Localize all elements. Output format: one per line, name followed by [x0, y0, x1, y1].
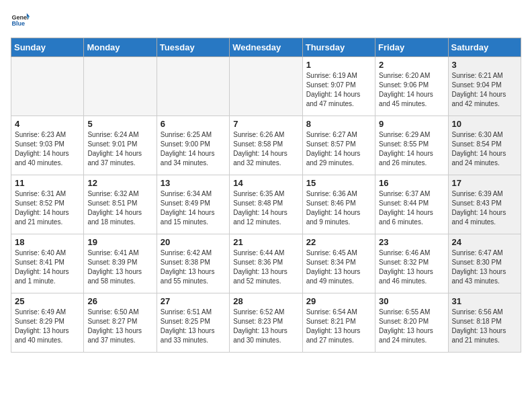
calendar-cell: 15Sunrise: 6:36 AMSunset: 8:46 PMDayligh… — [302, 175, 375, 234]
calendar-cell: 11Sunrise: 6:31 AMSunset: 8:52 PMDayligh… — [11, 175, 84, 234]
cell-details: Sunrise: 6:45 AMSunset: 8:34 PMDaylight:… — [306, 248, 371, 286]
day-number: 3 — [452, 60, 517, 70]
cell-details: Sunrise: 6:26 AMSunset: 8:58 PMDaylight:… — [233, 130, 298, 168]
calendar-cell — [230, 57, 302, 116]
day-number: 31 — [452, 296, 517, 306]
day-number: 10 — [452, 119, 517, 129]
day-number: 5 — [87, 119, 152, 129]
day-number: 9 — [379, 119, 444, 129]
day-number: 22 — [306, 237, 371, 247]
svg-text:Blue: Blue — [11, 20, 25, 27]
cell-details: Sunrise: 6:50 AMSunset: 8:27 PMDaylight:… — [87, 308, 152, 345]
cell-details: Sunrise: 6:54 AMSunset: 8:21 PMDaylight:… — [306, 308, 371, 345]
week-row-0: 1Sunrise: 6:19 AMSunset: 9:07 PMDaylight… — [11, 57, 521, 116]
page-header: General Blue — [11, 11, 521, 30]
calendar-cell: 7Sunrise: 6:26 AMSunset: 8:58 PMDaylight… — [230, 116, 302, 175]
col-header-sunday: Sunday — [11, 38, 84, 57]
cell-details: Sunrise: 6:27 AMSunset: 8:57 PMDaylight:… — [306, 130, 371, 168]
week-row-2: 11Sunrise: 6:31 AMSunset: 8:52 PMDayligh… — [11, 175, 521, 234]
calendar-cell: 14Sunrise: 6:35 AMSunset: 8:48 PMDayligh… — [230, 175, 302, 234]
week-row-1: 4Sunrise: 6:23 AMSunset: 9:03 PMDaylight… — [11, 116, 521, 175]
calendar-cell: 5Sunrise: 6:24 AMSunset: 9:01 PMDaylight… — [84, 116, 157, 175]
calendar-cell: 16Sunrise: 6:37 AMSunset: 8:44 PMDayligh… — [375, 175, 448, 234]
calendar-cell: 8Sunrise: 6:27 AMSunset: 8:57 PMDaylight… — [302, 116, 375, 175]
cell-details: Sunrise: 6:56 AMSunset: 8:18 PMDaylight:… — [452, 308, 517, 345]
cell-details: Sunrise: 6:40 AMSunset: 8:41 PMDaylight:… — [15, 248, 80, 286]
calendar-cell: 6Sunrise: 6:25 AMSunset: 9:00 PMDaylight… — [157, 116, 229, 175]
day-number: 15 — [306, 178, 371, 188]
cell-details: Sunrise: 6:23 AMSunset: 9:03 PMDaylight:… — [15, 130, 80, 168]
col-header-saturday: Saturday — [448, 38, 521, 57]
cell-details: Sunrise: 6:49 AMSunset: 8:29 PMDaylight:… — [15, 308, 80, 345]
calendar-cell: 21Sunrise: 6:44 AMSunset: 8:36 PMDayligh… — [230, 234, 302, 293]
calendar-cell: 29Sunrise: 6:54 AMSunset: 8:21 PMDayligh… — [302, 293, 375, 353]
cell-details: Sunrise: 6:41 AMSunset: 8:39 PMDaylight:… — [87, 248, 152, 286]
calendar-cell: 12Sunrise: 6:32 AMSunset: 8:51 PMDayligh… — [84, 175, 157, 234]
col-header-tuesday: Tuesday — [157, 38, 229, 57]
day-number: 6 — [161, 119, 226, 129]
cell-details: Sunrise: 6:36 AMSunset: 8:46 PMDaylight:… — [306, 189, 371, 227]
calendar-header-row: SundayMondayTuesdayWednesdayThursdayFrid… — [11, 38, 521, 57]
day-number: 8 — [306, 119, 371, 129]
cell-details: Sunrise: 6:52 AMSunset: 8:23 PMDaylight:… — [233, 308, 298, 345]
day-number: 23 — [379, 237, 444, 247]
col-header-friday: Friday — [375, 38, 448, 57]
day-number: 4 — [15, 119, 80, 129]
day-number: 24 — [452, 237, 517, 247]
calendar-cell: 18Sunrise: 6:40 AMSunset: 8:41 PMDayligh… — [11, 234, 84, 293]
calendar-cell: 22Sunrise: 6:45 AMSunset: 8:34 PMDayligh… — [302, 234, 375, 293]
day-number: 7 — [233, 119, 298, 129]
day-number: 28 — [233, 296, 298, 306]
cell-details: Sunrise: 6:35 AMSunset: 8:48 PMDaylight:… — [233, 189, 298, 227]
col-header-thursday: Thursday — [302, 38, 375, 57]
cell-details: Sunrise: 6:34 AMSunset: 8:49 PMDaylight:… — [161, 189, 226, 227]
cell-details: Sunrise: 6:39 AMSunset: 8:43 PMDaylight:… — [452, 189, 517, 227]
logo-icon: General Blue — [11, 11, 30, 30]
day-number: 13 — [161, 178, 226, 188]
cell-details: Sunrise: 6:37 AMSunset: 8:44 PMDaylight:… — [379, 189, 444, 227]
calendar-cell: 30Sunrise: 6:55 AMSunset: 8:20 PMDayligh… — [375, 293, 448, 353]
week-row-3: 18Sunrise: 6:40 AMSunset: 8:41 PMDayligh… — [11, 234, 521, 293]
day-number: 21 — [233, 237, 298, 247]
day-number: 18 — [15, 237, 80, 247]
calendar-cell: 3Sunrise: 6:21 AMSunset: 9:04 PMDaylight… — [448, 57, 521, 116]
day-number: 25 — [15, 296, 80, 306]
day-number: 11 — [15, 178, 80, 188]
cell-details: Sunrise: 6:21 AMSunset: 9:04 PMDaylight:… — [452, 71, 517, 109]
cell-details: Sunrise: 6:19 AMSunset: 9:07 PMDaylight:… — [306, 71, 371, 109]
calendar-cell: 10Sunrise: 6:30 AMSunset: 8:54 PMDayligh… — [448, 116, 521, 175]
cell-details: Sunrise: 6:32 AMSunset: 8:51 PMDaylight:… — [87, 189, 152, 227]
day-number: 27 — [161, 296, 226, 306]
cell-details: Sunrise: 6:42 AMSunset: 8:38 PMDaylight:… — [161, 248, 226, 286]
calendar-cell — [157, 57, 229, 116]
day-number: 14 — [233, 178, 298, 188]
cell-details: Sunrise: 6:31 AMSunset: 8:52 PMDaylight:… — [15, 189, 80, 227]
week-row-4: 25Sunrise: 6:49 AMSunset: 8:29 PMDayligh… — [11, 293, 521, 353]
calendar-cell — [11, 57, 84, 116]
day-number: 30 — [379, 296, 444, 306]
calendar-cell: 26Sunrise: 6:50 AMSunset: 8:27 PMDayligh… — [84, 293, 157, 353]
cell-details: Sunrise: 6:46 AMSunset: 8:32 PMDaylight:… — [379, 248, 444, 286]
cell-details: Sunrise: 6:24 AMSunset: 9:01 PMDaylight:… — [87, 130, 152, 168]
cell-details: Sunrise: 6:51 AMSunset: 8:25 PMDaylight:… — [161, 308, 226, 345]
day-number: 19 — [87, 237, 152, 247]
calendar-cell: 13Sunrise: 6:34 AMSunset: 8:49 PMDayligh… — [157, 175, 229, 234]
calendar-table: SundayMondayTuesdayWednesdayThursdayFrid… — [11, 38, 521, 353]
calendar-cell: 4Sunrise: 6:23 AMSunset: 9:03 PMDaylight… — [11, 116, 84, 175]
calendar-cell: 28Sunrise: 6:52 AMSunset: 8:23 PMDayligh… — [230, 293, 302, 353]
day-number: 1 — [306, 60, 371, 70]
calendar-cell: 23Sunrise: 6:46 AMSunset: 8:32 PMDayligh… — [375, 234, 448, 293]
cell-details: Sunrise: 6:25 AMSunset: 9:00 PMDaylight:… — [161, 130, 226, 168]
col-header-wednesday: Wednesday — [230, 38, 302, 57]
col-header-monday: Monday — [84, 38, 157, 57]
calendar-cell: 31Sunrise: 6:56 AMSunset: 8:18 PMDayligh… — [448, 293, 521, 353]
cell-details: Sunrise: 6:29 AMSunset: 8:55 PMDaylight:… — [379, 130, 444, 168]
logo: General Blue — [11, 11, 30, 30]
day-number: 17 — [452, 178, 517, 188]
cell-details: Sunrise: 6:20 AMSunset: 9:06 PMDaylight:… — [379, 71, 444, 109]
cell-details: Sunrise: 6:47 AMSunset: 8:30 PMDaylight:… — [452, 248, 517, 286]
day-number: 29 — [306, 296, 371, 306]
calendar-cell — [84, 57, 157, 116]
cell-details: Sunrise: 6:55 AMSunset: 8:20 PMDaylight:… — [379, 308, 444, 345]
calendar-cell: 24Sunrise: 6:47 AMSunset: 8:30 PMDayligh… — [448, 234, 521, 293]
